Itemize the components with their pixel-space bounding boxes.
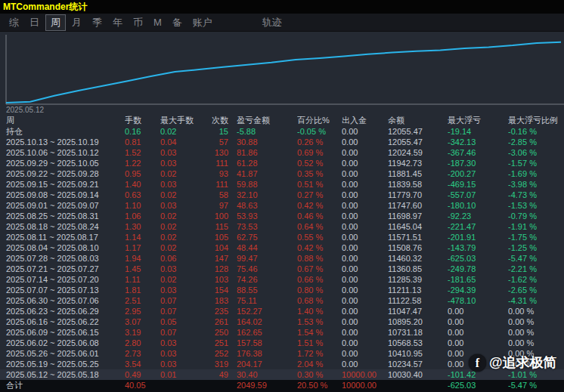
menu-item-M[interactable]: M xyxy=(149,16,166,29)
cell-percent: 1.53 % xyxy=(297,316,342,327)
cell-percent: 0.30 % xyxy=(297,369,342,380)
table-row[interactable]: 2025.06.30 ~ 2025.07.062.510.0718375.110… xyxy=(0,295,564,306)
cell-pnl: 204.17 xyxy=(230,359,297,369)
menu-item-日[interactable]: 日 xyxy=(25,15,44,30)
table-row[interactable]: 2025.09.15 ~ 2025.09.211.400.0311159.880… xyxy=(0,179,564,190)
table-row[interactable]: 2025.08.25 ~ 2025.08.311.060.0210053.930… xyxy=(0,211,564,221)
menu-item-账户[interactable]: 账户 xyxy=(188,15,217,30)
cell-count: 115 xyxy=(210,221,230,232)
cell-max-lots: 0.03 xyxy=(160,147,210,158)
cell-max-float-loss: 0.00 xyxy=(448,338,508,348)
table-row[interactable]: 2025.09.29 ~ 2025.10.051.220.0311161.280… xyxy=(0,158,564,168)
cell-max-float-loss-ratio: 0.00 % xyxy=(508,338,564,348)
cell-balance: 11508.76 xyxy=(388,242,448,253)
menu-item-币[interactable]: 币 xyxy=(129,15,147,30)
cell-percent: 0.52 % xyxy=(297,158,342,168)
column-header-period[interactable]: 周 xyxy=(0,115,125,126)
column-header-max-lots[interactable]: 最大手数 xyxy=(160,115,210,126)
cell-max-float-loss: 0.00 xyxy=(448,316,508,327)
table-row[interactable]: 2025.08.11 ~ 2025.08.171.140.0210562.750… xyxy=(0,232,564,242)
table-row[interactable]: 2025.06.23 ~ 2025.06.292.950.07235152.27… xyxy=(0,306,564,316)
cell-period: 2025.09.08 ~ 2025.09.14 xyxy=(0,190,125,200)
cell-deposit: 0.00 xyxy=(342,295,388,306)
cell-balance: 11881.45 xyxy=(388,168,448,179)
table-row[interactable]: 2025.07.07 ~ 2025.07.131.810.0315488.550… xyxy=(0,285,564,295)
table-row[interactable]: 2025.07.14 ~ 2025.07.201.110.0210374.260… xyxy=(0,274,564,285)
cell-period: 2025.09.29 ~ 2025.10.05 xyxy=(0,158,125,168)
cell-deposit: 0.00 xyxy=(342,253,388,264)
cell-lots: 2.95 xyxy=(125,306,160,316)
cell-percent: 0.80 % xyxy=(297,285,342,295)
column-header-max-float-loss[interactable]: 最大浮亏 xyxy=(448,115,508,126)
table-row[interactable]: 2025.10.13 ~ 2025.10.190.810.045730.880.… xyxy=(0,137,564,147)
menu-item-季[interactable]: 季 xyxy=(88,15,107,30)
table-row[interactable]: 2025.07.28 ~ 2025.08.031.940.0614799.470… xyxy=(0,253,564,264)
table-row[interactable]: 2025.09.01 ~ 2025.09.071.100.039748.630.… xyxy=(0,200,564,211)
cell-pnl: 176.38 xyxy=(230,348,297,359)
column-header-lots[interactable]: 手数 xyxy=(125,115,160,126)
menu-item-周[interactable]: 周 xyxy=(45,14,66,31)
menu-bar-items: 综日周月季年币M备账户 xyxy=(5,14,218,31)
cell-lots: 0.81 xyxy=(125,137,160,147)
cell-period: 2025.07.07 ~ 2025.07.13 xyxy=(0,285,125,295)
menu-item-年[interactable]: 年 xyxy=(108,15,127,30)
cell-count: 319 xyxy=(210,359,230,369)
cell-percent: -0.05 % xyxy=(297,126,342,137)
cell-pnl: 74.26 xyxy=(230,274,297,285)
cell-max-float-loss: 0.00 xyxy=(448,327,508,338)
cell-max-float-loss: -557.07 xyxy=(448,190,508,200)
cell-deposit: 0.00 xyxy=(342,190,388,200)
column-header-pnl[interactable]: 盈亏金额 xyxy=(230,115,297,126)
table-row[interactable]: 2025.07.21 ~ 2025.07.271.450.0312875.460… xyxy=(0,264,564,274)
cell-count: 251 xyxy=(210,338,230,348)
menu-item-备[interactable]: 备 xyxy=(168,15,187,30)
cell-lots: 1.17 xyxy=(125,242,160,253)
cell-max-float-loss-ratio: -1.25 % xyxy=(508,242,564,253)
cell-period: 2025.05.12 ~ 2025.05.18 xyxy=(0,369,125,380)
cell-max-lots: 0.01 xyxy=(160,369,210,380)
cell-deposit: 0.00 xyxy=(342,348,388,359)
table-row[interactable]: 2025.06.02 ~ 2025.06.082.800.03251157.58… xyxy=(0,338,564,348)
cell-lots: 0.16 xyxy=(125,126,160,137)
cell-balance: 11122.58 xyxy=(388,295,448,306)
cell-pnl: 41.87 xyxy=(230,168,297,179)
cell-period: 2025.06.16 ~ 2025.06.22 xyxy=(0,316,125,327)
cell-lots: 1.81 xyxy=(125,285,160,295)
cell-pnl: 162.65 xyxy=(230,327,297,338)
cell-count: 49 xyxy=(210,369,230,380)
cell-max-float-loss-ratio: -3.06 % xyxy=(508,147,564,158)
menu-item-月[interactable]: 月 xyxy=(67,15,86,30)
column-header-count[interactable]: 次数 xyxy=(210,115,230,126)
table-row[interactable]: 2025.10.06 ~ 2025.10.121.520.0313081.860… xyxy=(0,147,564,158)
column-header-max-float-loss-ratio[interactable]: 最大浮亏比例 xyxy=(508,115,564,126)
column-header-balance[interactable]: 余额 xyxy=(388,115,448,126)
cell-max-float-loss-ratio: -1.75 % xyxy=(508,232,564,242)
cell-count: 57 xyxy=(210,137,230,147)
cell-max-float-loss: -180.10 xyxy=(448,200,508,211)
table-row[interactable]: 2025.08.18 ~ 2025.08.241.300.0211573.530… xyxy=(0,221,564,232)
menu-item-综[interactable]: 综 xyxy=(5,15,23,30)
table-row[interactable]: 2025.09.22 ~ 2025.09.280.950.029341.870.… xyxy=(0,168,564,179)
cell-balance: 11285.39 xyxy=(388,274,448,285)
cell-max-lots: 0.07 xyxy=(160,327,210,338)
cell-period: 2025.05.26 ~ 2025.06.01 xyxy=(0,348,125,359)
cell-lots: 1.11 xyxy=(125,274,160,285)
cell-balance: 12055.47 xyxy=(388,126,448,137)
table-row[interactable]: 持仓0.160.0215-5.88-0.05 %0.0012055.47-19.… xyxy=(0,126,564,137)
cell-deposit: 0.00 xyxy=(342,274,388,285)
table-row[interactable]: 2025.06.09 ~ 2025.06.153.190.07250162.65… xyxy=(0,327,564,338)
column-header-percent[interactable]: 百分比% xyxy=(297,115,342,126)
table-row[interactable]: 2025.06.16 ~ 2025.06.223.070.05261164.02… xyxy=(0,316,564,327)
cell-deposit: 0.00 xyxy=(342,126,388,137)
cell-max-float-loss-ratio: -2.21 % xyxy=(508,264,564,274)
cell-max-lots: 0.02 xyxy=(160,168,210,179)
cell-pnl: 61.28 xyxy=(230,158,297,168)
cell-percent: 0.42 % xyxy=(297,200,342,211)
cell-period: 2025.10.06 ~ 2025.10.12 xyxy=(0,147,125,158)
menu-item-trajectory[interactable]: 轨迹 xyxy=(258,15,287,30)
cell-max-lots: 0.02 xyxy=(160,242,210,253)
table-row[interactable]: 2025.08.04 ~ 2025.08.101.170.0210448.440… xyxy=(0,242,564,253)
table-row[interactable]: 2025.09.08 ~ 2025.09.140.630.025832.100.… xyxy=(0,190,564,200)
column-header-deposit[interactable]: 出入金 xyxy=(342,115,388,126)
cell-pnl: 62.75 xyxy=(230,232,297,242)
